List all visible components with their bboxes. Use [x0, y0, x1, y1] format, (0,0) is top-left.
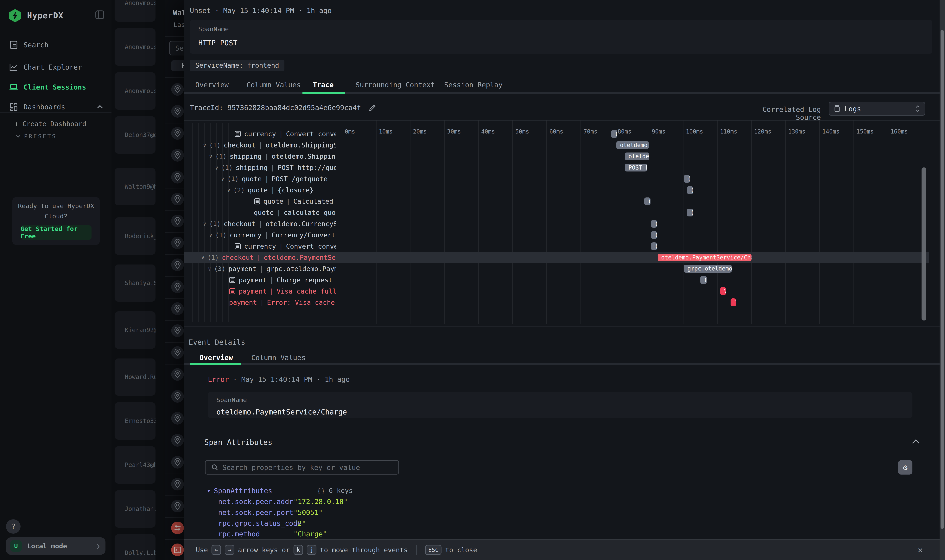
session-event-row[interactable]	[165, 320, 184, 343]
span-duration-bar[interactable]: (	[684, 175, 690, 183]
span-duration-bar[interactable]: Error: Visa cache full	[731, 298, 736, 306]
session-event-row[interactable]	[165, 211, 184, 233]
session-event-row[interactable]	[165, 539, 184, 560]
attribute-row[interactable]: rpc.grpc.status_code 2	[218, 519, 761, 528]
span-duration-bar[interactable]: (	[700, 276, 707, 284]
service-name-badge[interactable]: ServiceName: frontend	[190, 60, 284, 71]
trace-span-row[interactable]: ∨ (1) checkout | oteldemo.ShippingSe… ot…	[184, 140, 929, 151]
span-duration-bar[interactable]: oteldemo.PaymentService/Charge	[658, 254, 751, 262]
session-event-row[interactable]	[165, 386, 184, 408]
tab-overview[interactable]: Overview	[195, 81, 228, 89]
chevron-down-icon[interactable]: ∨	[227, 187, 230, 193]
span-duration-bar[interactable]: grpc.oteldemo.PaymentService	[684, 265, 732, 272]
waterfall-scrollbar-thumb[interactable]	[922, 168, 927, 320]
trace-span-row[interactable]: quote | calculate-quote (	[184, 207, 929, 218]
edit-pencil-icon[interactable]	[369, 104, 376, 111]
tab-session-replay[interactable]: Session Replay	[444, 81, 503, 89]
chevron-down-icon[interactable]: ∨	[203, 142, 206, 148]
session-card[interactable]: Roderick_S	[115, 217, 156, 255]
chevron-down-icon[interactable]: ∨	[209, 232, 212, 238]
attributes-search-input[interactable]: Search properties by key or value	[205, 460, 399, 475]
sidebar-item-chart-explorer[interactable]: Chart Explorer	[0, 60, 111, 74]
session-card[interactable]: Shaniya.Sc	[115, 265, 156, 302]
session-card[interactable]: Pearl43@ho	[115, 446, 156, 484]
session-event-row[interactable]	[165, 232, 184, 255]
span-duration-bar[interactable]: (	[651, 242, 657, 250]
trace-span-row[interactable]: ∨ (1) shipping | POST http://quo… POST h…	[184, 162, 929, 173]
session-event-row[interactable]	[165, 167, 184, 189]
attribute-row[interactable]: net.sock.peer.port 50051	[218, 508, 761, 518]
session-event-row[interactable]	[165, 430, 184, 452]
trace-span-row[interactable]: ∨ (1) quote | POST /getquote (	[184, 173, 929, 185]
span-duration-bar[interactable]: oteldemo.ShippingService	[617, 141, 649, 149]
highlighted-filter-button[interactable]: H	[171, 60, 184, 71]
session-event-row[interactable]	[165, 254, 184, 277]
session-event-row[interactable]	[165, 79, 184, 102]
session-event-row[interactable]	[165, 408, 184, 430]
trace-span-row[interactable]: currency | Convert convers… (	[184, 128, 929, 140]
trace-span-row[interactable]: ∨ (3) payment | grpc.oteldemo.Paymen… gr…	[184, 263, 929, 274]
chevron-down-icon[interactable]: ∨	[215, 165, 218, 171]
collapse-sidebar-icon[interactable]	[95, 10, 104, 19]
sidebar-item-client-sessions[interactable]: Client Sessions	[0, 80, 111, 94]
span-duration-bar[interactable]: (	[687, 209, 693, 217]
tab-column-values[interactable]: Column Values	[247, 81, 301, 89]
session-event-row[interactable]	[165, 123, 184, 145]
close-icon[interactable]: ✕	[918, 545, 923, 555]
session-event-row[interactable]	[165, 474, 184, 496]
window-scrollbar[interactable]	[940, 0, 945, 560]
collapse-section-chevron-icon[interactable]	[912, 439, 920, 444]
event-tab-column-values[interactable]: Column Values	[251, 354, 305, 362]
get-started-button[interactable]: Get Started for Free	[20, 225, 92, 240]
attributes-root-row[interactable]: ▼ SpanAttributes {} 6 keys	[207, 487, 353, 495]
span-duration-bar[interactable]: (	[687, 186, 693, 194]
attribute-row[interactable]: net.sock.peer.addr 172.28.0.10	[218, 498, 761, 507]
trace-span-row[interactable]: ∨ (1) shipping | oteldemo.Shipping… otel…	[184, 151, 929, 162]
span-duration-bar[interactable]: Visa cache full	[720, 287, 726, 295]
window-scrollbar-thumb[interactable]	[940, 30, 944, 529]
session-event-row[interactable]	[165, 298, 184, 321]
trace-span-row[interactable]: ∨ (1) currency | Currency/Convert (	[184, 229, 929, 241]
session-event-row[interactable]	[165, 342, 184, 365]
chevron-down-icon[interactable]: ∨	[203, 221, 206, 227]
session-card[interactable]: Anonymous	[115, 72, 156, 110]
trace-span-row[interactable]: ∨ (1) checkout | oteldemo.PaymentServi… …	[184, 252, 929, 263]
create-dashboard-button[interactable]: + Create Dashboard	[15, 120, 86, 128]
tab-surrounding-context[interactable]: Surrounding Context	[356, 81, 435, 89]
trace-span-row[interactable]: payment | Error: Visa cache ful… Error: …	[184, 297, 929, 308]
session-event-row[interactable]	[165, 276, 184, 299]
chevron-down-icon[interactable]: ∨	[209, 154, 212, 160]
session-event-row[interactable]	[165, 495, 184, 518]
chevron-down-icon[interactable]: ∨	[221, 176, 224, 182]
trace-span-row[interactable]: quote | Calculated q… (	[184, 196, 929, 207]
span-duration-bar[interactable]: (	[611, 130, 617, 138]
sidebar-item-dashboards[interactable]: Dashboards	[0, 100, 111, 114]
span-duration-bar[interactable]: oteldemo.Shipping	[625, 152, 649, 160]
settings-gear-button[interactable]: ⚙	[898, 460, 913, 475]
chevron-down-icon[interactable]: ∨	[201, 254, 204, 260]
session-card[interactable]: Dolly.Lubo	[115, 534, 156, 560]
trace-span-row[interactable]: payment | Visa cache full: c… Visa cache…	[184, 286, 929, 297]
session-event-row[interactable]	[165, 364, 184, 386]
presets-toggle[interactable]: PRESETS	[16, 133, 57, 140]
chevron-down-icon[interactable]: ∨	[208, 266, 211, 272]
trace-span-row[interactable]: ∨ (1) checkout | oteldemo.CurrencySe… (	[184, 218, 929, 229]
session-card[interactable]: Jonathan.B	[115, 490, 156, 528]
session-event-row[interactable]	[165, 101, 184, 123]
session-card[interactable]: Ernesto33@	[115, 402, 156, 440]
session-card[interactable]: Anonymous	[115, 28, 156, 66]
pane-splitter[interactable]	[336, 120, 336, 324]
session-card[interactable]: Kieran92@h	[115, 311, 156, 349]
attribute-row[interactable]: rpc.method Charge	[218, 530, 761, 539]
session-card[interactable]: Anonymous	[115, 0, 156, 22]
session-event-row[interactable]	[165, 189, 184, 211]
span-duration-bar[interactable]: (	[644, 197, 651, 205]
log-source-select[interactable]: Logs	[829, 102, 925, 115]
sidebar-item-search[interactable]: Search	[0, 38, 111, 52]
user-menu[interactable]: U Local mode ❯	[6, 537, 105, 555]
trace-span-row[interactable]: currency | Convert convers… (	[184, 241, 929, 252]
span-duration-bar[interactable]: POST http://quote	[625, 164, 647, 171]
help-button[interactable]: ?	[6, 519, 20, 534]
event-tab-overview[interactable]: Overview	[199, 354, 233, 362]
session-card[interactable]: Howard.Run	[115, 358, 156, 396]
